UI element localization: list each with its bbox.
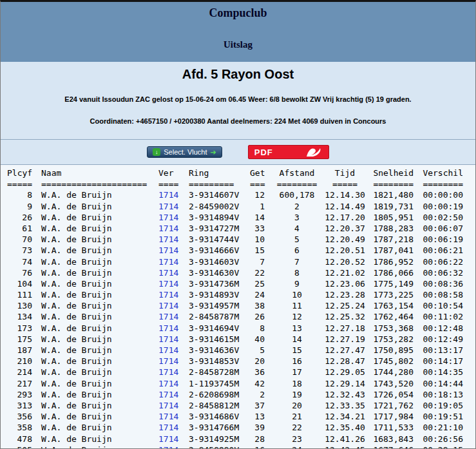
table-row: 8W.A. de Bruijn17143-9314607V12600,17812… <box>7 189 475 200</box>
cell-naam: W.A. de Bruijn <box>41 189 151 200</box>
cell-afstand: 16 <box>276 356 318 367</box>
ver-link[interactable]: 1714 <box>158 212 178 223</box>
ver-link[interactable]: 1714 <box>158 400 178 411</box>
cell-naam: W.A. de Bruijn <box>41 289 151 300</box>
cell-get: 28 <box>250 434 265 444</box>
ver-link[interactable]: 1714 <box>158 311 178 322</box>
cell-tijd: 12.29.14 <box>325 378 365 389</box>
table-separator-row: ========================================… <box>7 178 475 189</box>
table-row: 214W.A. de Bruijn17142-8458728M361712.29… <box>7 367 475 377</box>
cell-snelheid: 1744,280 <box>373 367 414 377</box>
cell-afstand: 12 <box>276 311 318 322</box>
cell-afstand: 600,178 <box>276 189 318 200</box>
cell-plcyf: 173 <box>7 323 32 334</box>
cell-tijd: 12.14.49 <box>325 201 365 212</box>
acrobat-pdf-icon <box>306 147 323 158</box>
cell-get: 39 <box>250 422 265 433</box>
cell-verschil: 00:06:07 <box>423 223 463 234</box>
col-header-verschil: Verschil <box>423 167 463 178</box>
cell-ring: 2-8458787M <box>189 311 240 322</box>
ver-link[interactable]: 1714 <box>158 189 178 200</box>
cell-verschil: 00:02:50 <box>423 212 463 223</box>
cell-get: 20 <box>250 356 265 367</box>
ver-link[interactable]: 1714 <box>158 245 178 256</box>
table-row: 104W.A. de Bruijn17143-9314736M25912.23.… <box>7 278 475 289</box>
table-row: 111W.A. de Bruijn17143-9314893V241012.23… <box>7 289 475 300</box>
ver-link[interactable]: 1714 <box>158 389 178 400</box>
ver-link[interactable]: 1714 <box>158 267 178 278</box>
cell-snelheid: 1819,731 <box>373 201 414 212</box>
ver-link[interactable]: 1714 <box>158 378 178 389</box>
separator-plcyf: ===== <box>7 178 32 189</box>
ver-link[interactable]: 1714 <box>158 300 178 311</box>
cell-ring: 3-9314893V <box>189 289 240 300</box>
cell-snelheid: 1753,282 <box>373 334 414 345</box>
select-vlucht-label: Select. Vlucht <box>164 148 207 156</box>
cell-plcyf: 217 <box>7 378 32 389</box>
cell-tijd: 12.27.47 <box>325 345 365 356</box>
cell-snelheid: 1786,952 <box>373 256 414 267</box>
cell-afstand: 22 <box>276 422 318 433</box>
cell-naam: W.A. de Bruijn <box>41 278 151 289</box>
cell-plcyf: 70 <box>7 234 32 245</box>
cell-verschil: 00:10:54 <box>423 300 463 311</box>
cell-ring: 3-9314766M <box>189 422 240 433</box>
cell-afstand: 5 <box>276 234 318 245</box>
separator-afstand: ======== <box>276 178 318 189</box>
cell-afstand: 8 <box>276 267 318 278</box>
cell-afstand: 11 <box>276 300 318 311</box>
cell-get: 26 <box>250 311 265 322</box>
cell-afstand: 7 <box>276 256 318 267</box>
ver-link[interactable]: 1714 <box>158 434 178 444</box>
ver-link[interactable]: 1714 <box>158 278 178 289</box>
ver-link[interactable]: 1714 <box>158 411 178 422</box>
cell-get: 5 <box>250 345 265 356</box>
separator-get: === <box>250 178 265 189</box>
ver-link[interactable]: 1714 <box>158 367 178 377</box>
ver-link[interactable]: 1714 <box>158 234 178 245</box>
cell-plcyf: 61 <box>7 223 32 234</box>
cell-plcyf: 478 <box>7 434 32 444</box>
cell-ring: 3-9314636V <box>189 345 240 356</box>
cell-snelheid: 1683,843 <box>373 434 414 444</box>
cell-afstand: 3 <box>276 212 318 223</box>
cell-get: 37 <box>250 400 265 411</box>
results-table: PlcyfNaamVerRingGetAfstandTijdSnelheidVe… <box>1 165 475 448</box>
ver-link[interactable]: 1714 <box>158 356 178 367</box>
ver-link[interactable]: 1714 <box>158 201 178 212</box>
cell-tijd: 12.23.28 <box>325 289 365 300</box>
ver-link[interactable]: 1714 <box>158 422 178 433</box>
cell-tijd: 12.25.24 <box>325 300 365 311</box>
ver-link[interactable]: 1714 <box>158 223 178 234</box>
ver-link[interactable]: 1714 <box>158 334 178 345</box>
table-row: 70W.A. de Bruijn17143-9314744V10512.20.4… <box>7 234 475 245</box>
cell-naam: W.A. de Bruijn <box>41 334 151 345</box>
cell-get: 7 <box>250 256 265 267</box>
ver-link[interactable]: 1714 <box>158 323 178 334</box>
ver-link[interactable]: 1714 <box>158 289 178 300</box>
cell-afstand: 15 <box>276 345 318 356</box>
pdf-button[interactable]: PDF <box>248 145 329 159</box>
cell-tijd: 12.23.06 <box>325 278 365 289</box>
cell-ring: 2-8458728M <box>189 367 240 377</box>
ver-link[interactable]: 1714 <box>158 256 178 267</box>
separator-verschil: ======== <box>423 178 463 189</box>
cell-plcyf: 313 <box>7 400 32 411</box>
cell-tijd: 12.42.45 <box>325 444 365 448</box>
cell-plcyf: 8 <box>7 189 32 200</box>
table-row: 293W.A. de Bruijn17142-6208698M21912.32.… <box>7 389 475 400</box>
cell-ring: 3-9314607V <box>189 189 240 200</box>
cell-tijd: 12.17.20 <box>325 212 365 223</box>
cell-plcyf: 74 <box>7 256 32 267</box>
cell-verschil: 00:11:02 <box>423 311 463 322</box>
ver-link[interactable]: 1714 <box>158 444 178 448</box>
table-row: 175W.A. de Bruijn17143-9314615M401412.27… <box>7 334 475 345</box>
cell-ring: 2-8458980V <box>189 444 240 448</box>
table-row: 210W.A. de Bruijn17143-9314853V201612.28… <box>7 356 475 367</box>
ver-link[interactable]: 1714 <box>158 345 178 356</box>
cell-verschil: 00:13:17 <box>423 345 463 356</box>
select-vlucht-button[interactable]: ↓ Select. Vlucht ➔ <box>147 146 222 158</box>
cell-plcyf: 111 <box>7 289 32 300</box>
cell-snelheid: 1745,802 <box>373 356 414 367</box>
rayon-heading: Afd. 5 Rayon Oost <box>1 62 475 82</box>
